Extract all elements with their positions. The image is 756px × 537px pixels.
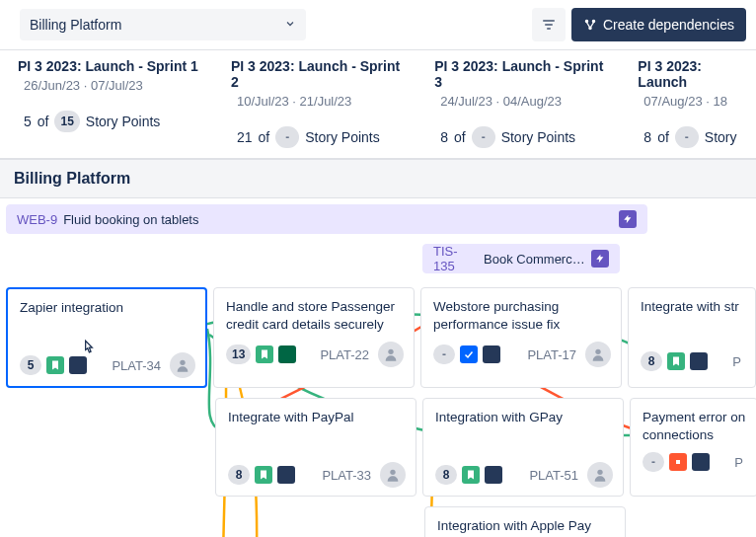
card-key: P [734,455,743,470]
svg-rect-19 [676,460,680,464]
card-title: Payment error on connections [643,409,747,444]
story-points-pill: 13 [226,345,251,364]
dependencies-icon [583,18,597,32]
svg-line-7 [590,23,593,28]
type-icon [483,345,500,363]
sprint-column: PI 3 2023: Launch 07/Aug/23 · 18 8 of - … [620,50,756,158]
sprint-title: PI 3 2023: Launch - Sprint 2 [231,58,406,90]
board: Zapier integration 5 PLAT-34 Handle and … [0,277,756,537]
sprint-points: 8 of - Story Points [434,126,609,148]
create-dependencies-button[interactable]: Create dependencies [571,8,746,41]
issue-card[interactable]: Integrate with PayPal 8 PLAT-33 [215,398,416,497]
points-total-pill: - [675,126,699,148]
type-icon [692,453,710,471]
epic-key: TIS-135 [433,244,478,273]
story-points-pill: 8 [641,351,662,371]
svg-point-16 [595,349,600,354]
sprint-points: 21 of - Story Points [231,126,406,148]
epic-title: Fluid booking on tablets [63,212,198,227]
svg-point-18 [597,470,602,475]
points-total-pill: - [472,126,495,148]
story-points-pill: 8 [435,465,457,485]
sprint-column: PI 3 2023: Launch - Sprint 1 26/Jun/23 ·… [0,50,213,158]
card-key: PLAT-33 [322,468,371,483]
issue-card[interactable]: Handle and store Passenger credit card d… [213,287,415,388]
bookmark-icon [46,356,64,374]
assignee-avatar[interactable] [585,342,611,367]
sprint-dates: 07/Aug/23 · 18 [638,94,745,109]
sprint-title: PI 3 2023: Launch [638,58,745,90]
sprint-header-row: PI 3 2023: Launch - Sprint 1 26/Jun/23 ·… [0,49,756,160]
sprint-dates: 10/Jul/23 · 21/Jul/23 [231,94,406,109]
project-selector-label: Billing Platform [30,17,121,33]
svg-line-6 [586,23,589,28]
card-key: P [732,354,741,369]
bolt-icon [619,210,637,228]
story-points-pill: - [433,345,455,364]
bookmark-icon [256,345,273,363]
card-title: Handle and store Passenger credit card d… [226,298,404,334]
story-points-pill: 5 [20,355,41,375]
points-total-pill: 15 [54,111,79,132]
type-icon [278,345,296,363]
card-key: PLAT-17 [527,347,576,362]
card-title: Integration with GPay [435,409,613,444]
chevron-down-icon [284,17,296,33]
bookmark-icon [667,352,685,370]
story-points-pill: 8 [228,465,250,485]
card-key: PLAT-34 [112,358,161,373]
filter-button[interactable] [532,8,566,41]
checkbox-icon [460,345,478,363]
bookmark-icon [462,466,480,484]
sprint-column: PI 3 2023: Launch - Sprint 2 10/Jul/23 ·… [213,50,416,158]
create-dependencies-label: Create dependencies [603,17,734,33]
issue-card[interactable]: Payment error on connections - P [630,398,756,497]
sprint-dates: 26/Jun/23 · 07/Jul/23 [18,78,202,93]
issue-card[interactable]: Zapier integration 5 PLAT-34 [6,287,207,388]
card-key: PLAT-51 [529,468,578,483]
story-points-pill: - [643,452,664,472]
bolt-icon [591,250,609,268]
section-title: Billing Platform [0,160,756,198]
sprint-title: PI 3 2023: Launch - Sprint 1 [18,58,202,74]
bookmark-icon [255,466,272,484]
epic-key: WEB-9 [17,212,57,227]
sprint-title: PI 3 2023: Launch - Sprint 3 [434,58,609,90]
svg-point-3 [585,20,587,22]
type-icon [690,352,708,370]
project-selector[interactable]: Billing Platform [20,9,306,40]
svg-point-4 [592,20,594,22]
priority-icon [669,453,687,471]
assignee-avatar[interactable] [378,342,404,367]
epic-title: Book Commerci… [484,252,585,267]
issue-card[interactable]: Integration with GPay 8 PLAT-51 [422,398,624,497]
pointer-cursor-icon [79,337,99,361]
filter-icon [541,17,557,33]
epic-bar[interactable]: TIS-135 Book Commerci… [422,244,620,273]
issue-card[interactable]: Integration with Apple Pay - PLAT-52 [424,506,626,537]
sprint-column: PI 3 2023: Launch - Sprint 3 24/Jul/23 ·… [416,50,620,158]
card-title: Integrate with PayPal [228,409,406,444]
card-title: Zapier integration [20,299,195,335]
issue-card[interactable]: Integrate with str 8 P [628,287,756,388]
points-total-pill: - [275,126,299,148]
assignee-avatar[interactable] [170,352,195,378]
svg-point-17 [390,470,395,475]
assignee-avatar[interactable] [587,462,613,488]
svg-point-5 [589,27,591,29]
epic-bar[interactable]: WEB-9 Fluid booking on tablets [6,204,647,234]
svg-point-15 [388,349,393,354]
type-icon [277,466,295,484]
issue-card[interactable]: Webstore purchasing performance issue fi… [420,287,622,388]
svg-point-14 [180,360,185,365]
type-icon [485,466,502,484]
assignee-avatar[interactable] [380,462,406,488]
sprint-points: 8 of - Story [638,126,745,148]
card-key: PLAT-22 [320,347,369,362]
card-title: Integration with Apple Pay [437,517,615,537]
card-title: Webstore purchasing performance issue fi… [433,298,611,334]
card-title: Integrate with str [641,298,745,334]
sprint-points: 5 of 15 Story Points [18,111,202,132]
sprint-dates: 24/Jul/23 · 04/Aug/23 [434,94,609,109]
